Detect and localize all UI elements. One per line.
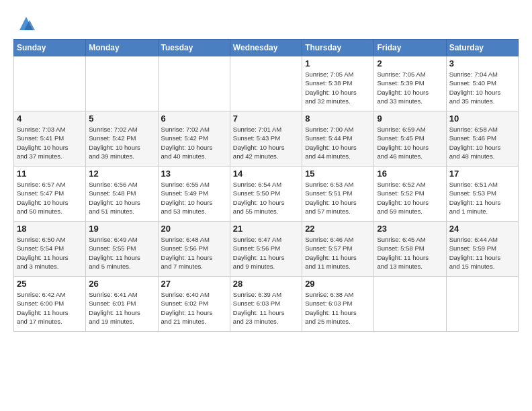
day-number-5: 5 [89,113,154,124]
day-info-18: Sunrise: 6:50 AM Sunset: 5:54 PM Dayligh… [17,235,83,271]
day-cell-25: 25Sunrise: 6:42 AM Sunset: 6:00 PM Dayli… [14,277,86,332]
day-info-24: Sunrise: 6:44 AM Sunset: 5:59 PM Dayligh… [449,235,515,271]
empty-cell [14,56,86,111]
day-info-12: Sunrise: 6:56 AM Sunset: 5:48 PM Dayligh… [89,180,154,216]
day-cell-28: 28Sunrise: 6:39 AM Sunset: 6:03 PM Dayli… [230,277,302,332]
day-number-29: 29 [305,279,371,289]
day-info-26: Sunrise: 6:41 AM Sunset: 6:01 PM Dayligh… [89,290,154,326]
day-cell-14: 14Sunrise: 6:54 AM Sunset: 5:50 PM Dayli… [230,167,302,222]
day-cell-17: 17Sunrise: 6:51 AM Sunset: 5:53 PM Dayli… [446,167,518,222]
day-number-18: 18 [17,224,83,234]
day-cell-8: 8Sunrise: 7:00 AM Sunset: 5:44 PM Daylig… [302,111,374,167]
weekday-header-thursday: Thursday [302,40,374,56]
day-cell-13: 13Sunrise: 6:55 AM Sunset: 5:49 PM Dayli… [158,167,230,222]
header [13,13,519,34]
day-cell-4: 4Sunrise: 7:03 AM Sunset: 5:41 PM Daylig… [14,111,86,167]
day-info-19: Sunrise: 6:49 AM Sunset: 5:55 PM Dayligh… [89,235,154,271]
day-cell-16: 16Sunrise: 6:52 AM Sunset: 5:52 PM Dayli… [374,167,446,222]
day-info-25: Sunrise: 6:42 AM Sunset: 6:00 PM Dayligh… [17,290,83,326]
day-info-10: Sunrise: 6:58 AM Sunset: 5:46 PM Dayligh… [449,125,515,161]
day-number-12: 12 [89,169,154,179]
day-number-20: 20 [161,224,227,234]
day-cell-23: 23Sunrise: 6:45 AM Sunset: 5:58 PM Dayli… [374,222,446,277]
day-info-16: Sunrise: 6:52 AM Sunset: 5:52 PM Dayligh… [377,180,443,216]
weekday-header-saturday: Saturday [446,40,518,56]
day-cell-18: 18Sunrise: 6:50 AM Sunset: 5:54 PM Dayli… [14,222,86,277]
empty-cell [446,277,518,332]
day-cell-10: 10Sunrise: 6:58 AM Sunset: 5:46 PM Dayli… [446,111,518,167]
day-number-28: 28 [233,279,299,289]
day-number-10: 10 [449,113,515,124]
day-cell-19: 19Sunrise: 6:49 AM Sunset: 5:55 PM Dayli… [86,222,158,277]
day-info-8: Sunrise: 7:00 AM Sunset: 5:44 PM Dayligh… [305,125,371,161]
day-info-21: Sunrise: 6:47 AM Sunset: 5:56 PM Dayligh… [233,235,299,271]
day-info-23: Sunrise: 6:45 AM Sunset: 5:58 PM Dayligh… [377,235,443,271]
day-cell-22: 22Sunrise: 6:46 AM Sunset: 5:57 PM Dayli… [302,222,374,277]
day-info-20: Sunrise: 6:48 AM Sunset: 5:56 PM Dayligh… [161,235,227,271]
day-info-17: Sunrise: 6:51 AM Sunset: 5:53 PM Dayligh… [449,180,515,216]
day-cell-21: 21Sunrise: 6:47 AM Sunset: 5:56 PM Dayli… [230,222,302,277]
weekday-header-row: SundayMondayTuesdayWednesdayThursdayFrid… [14,40,519,56]
day-info-29: Sunrise: 6:38 AM Sunset: 6:03 PM Dayligh… [305,290,371,326]
empty-cell [86,56,158,111]
week-row-3: 11Sunrise: 6:57 AM Sunset: 5:47 PM Dayli… [14,167,519,222]
day-number-14: 14 [233,169,299,179]
day-info-7: Sunrise: 7:01 AM Sunset: 5:43 PM Dayligh… [233,125,299,161]
day-number-3: 3 [449,58,515,68]
day-cell-24: 24Sunrise: 6:44 AM Sunset: 5:59 PM Dayli… [446,222,518,277]
day-info-1: Sunrise: 7:05 AM Sunset: 5:38 PM Dayligh… [305,70,371,105]
day-info-3: Sunrise: 7:04 AM Sunset: 5:40 PM Dayligh… [449,70,515,105]
page: SundayMondayTuesdayWednesdayThursdayFrid… [0,0,532,411]
day-cell-1: 1Sunrise: 7:05 AM Sunset: 5:38 PM Daylig… [302,56,374,111]
day-number-15: 15 [305,169,371,179]
day-info-5: Sunrise: 7:02 AM Sunset: 5:42 PM Dayligh… [89,125,154,161]
day-cell-11: 11Sunrise: 6:57 AM Sunset: 5:47 PM Dayli… [14,167,86,222]
day-number-26: 26 [89,279,154,289]
day-number-2: 2 [377,58,443,68]
day-number-6: 6 [161,113,227,124]
weekday-header-wednesday: Wednesday [230,40,302,56]
day-info-14: Sunrise: 6:54 AM Sunset: 5:50 PM Dayligh… [233,180,299,216]
day-cell-2: 2Sunrise: 7:05 AM Sunset: 5:39 PM Daylig… [374,56,446,111]
day-info-22: Sunrise: 6:46 AM Sunset: 5:57 PM Dayligh… [305,235,371,271]
day-info-15: Sunrise: 6:53 AM Sunset: 5:51 PM Dayligh… [305,180,371,216]
week-row-4: 18Sunrise: 6:50 AM Sunset: 5:54 PM Dayli… [14,222,519,277]
day-info-13: Sunrise: 6:55 AM Sunset: 5:49 PM Dayligh… [161,180,227,216]
empty-cell [158,56,230,111]
day-number-16: 16 [377,169,443,179]
day-number-13: 13 [161,169,227,179]
day-cell-15: 15Sunrise: 6:53 AM Sunset: 5:51 PM Dayli… [302,167,374,222]
day-info-4: Sunrise: 7:03 AM Sunset: 5:41 PM Dayligh… [17,125,83,161]
day-number-25: 25 [17,279,83,289]
day-info-28: Sunrise: 6:39 AM Sunset: 6:03 PM Dayligh… [233,290,299,326]
day-cell-7: 7Sunrise: 7:01 AM Sunset: 5:43 PM Daylig… [230,111,302,167]
weekday-header-tuesday: Tuesday [158,40,230,56]
logo [13,13,36,34]
day-number-1: 1 [305,58,371,68]
logo-icon [16,13,36,34]
day-cell-26: 26Sunrise: 6:41 AM Sunset: 6:01 PM Dayli… [86,277,158,332]
day-cell-29: 29Sunrise: 6:38 AM Sunset: 6:03 PM Dayli… [302,277,374,332]
day-number-17: 17 [449,169,515,179]
day-cell-9: 9Sunrise: 6:59 AM Sunset: 5:45 PM Daylig… [374,111,446,167]
day-cell-3: 3Sunrise: 7:04 AM Sunset: 5:40 PM Daylig… [446,56,518,111]
weekday-header-sunday: Sunday [14,40,86,56]
day-info-6: Sunrise: 7:02 AM Sunset: 5:42 PM Dayligh… [161,125,227,161]
day-number-27: 27 [161,279,227,289]
day-number-9: 9 [377,113,443,124]
day-number-19: 19 [89,224,154,234]
calendar-table: SundayMondayTuesdayWednesdayThursdayFrid… [13,39,519,332]
day-cell-27: 27Sunrise: 6:40 AM Sunset: 6:02 PM Dayli… [158,277,230,332]
day-cell-6: 6Sunrise: 7:02 AM Sunset: 5:42 PM Daylig… [158,111,230,167]
day-cell-12: 12Sunrise: 6:56 AM Sunset: 5:48 PM Dayli… [86,167,158,222]
week-row-1: 1Sunrise: 7:05 AM Sunset: 5:38 PM Daylig… [14,56,519,111]
empty-cell [230,56,302,111]
weekday-header-friday: Friday [374,40,446,56]
day-info-9: Sunrise: 6:59 AM Sunset: 5:45 PM Dayligh… [377,125,443,161]
day-number-21: 21 [233,224,299,234]
day-cell-5: 5Sunrise: 7:02 AM Sunset: 5:42 PM Daylig… [86,111,158,167]
day-number-22: 22 [305,224,371,234]
week-row-2: 4Sunrise: 7:03 AM Sunset: 5:41 PM Daylig… [14,111,519,167]
day-number-8: 8 [305,113,371,124]
week-row-5: 25Sunrise: 6:42 AM Sunset: 6:00 PM Dayli… [14,277,519,332]
